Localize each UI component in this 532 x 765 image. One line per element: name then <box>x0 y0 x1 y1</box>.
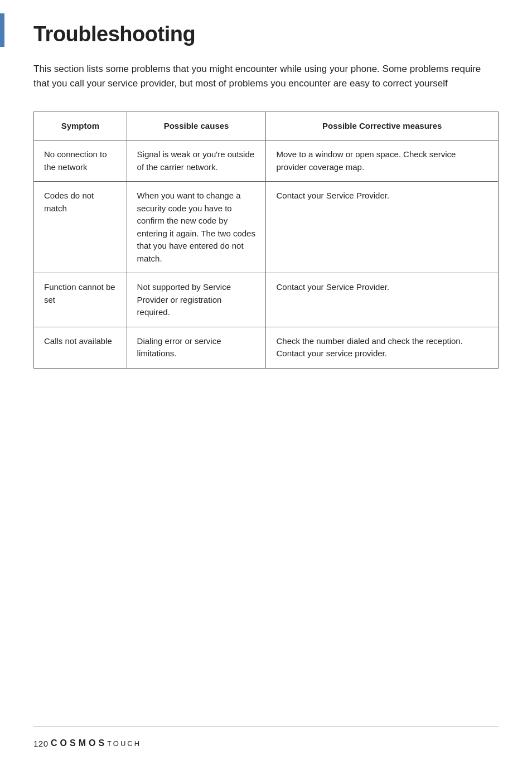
footer-page-number: 120 <box>33 739 49 748</box>
symptom-cell-2: Function cannot be set <box>34 273 127 327</box>
page-container: Troubleshooting This section lists some … <box>0 0 532 402</box>
symptom-cell-3: Calls not available <box>34 327 127 368</box>
header-symptom: Symptom <box>34 112 127 141</box>
intro-text: This section lists some problems that yo… <box>33 62 491 91</box>
touch-brand-text: TOUCH <box>107 739 141 748</box>
footer-brand: COSMOS TOUCH <box>49 738 142 748</box>
cosmos-brand-text: COSMOS <box>51 738 107 748</box>
corrective-cell-0: Move to a window or open space. Check se… <box>266 141 499 182</box>
corrective-cell-2: Contact your Service Provider. <box>266 273 499 327</box>
causes-cell-0: Signal is weak or you're outside of the … <box>127 141 266 182</box>
footer-divider <box>33 727 499 727</box>
footer: 120 COSMOS TOUCH <box>0 738 532 748</box>
troubleshooting-table: Symptom Possible causes Possible Correct… <box>33 112 499 369</box>
table-row: No connection to the networkSignal is we… <box>34 141 499 182</box>
header-causes: Possible causes <box>127 112 266 141</box>
symptom-cell-0: No connection to the network <box>34 141 127 182</box>
causes-cell-3: Dialing error or service limitations. <box>127 327 266 368</box>
table-row: Codes do not matchWhen you want to chang… <box>34 182 499 273</box>
table-row: Calls not availableDialing error or serv… <box>34 327 499 368</box>
causes-cell-2: Not supported by Service Provider or reg… <box>127 273 266 327</box>
header-corrective: Possible Corrective measures <box>266 112 499 141</box>
corrective-cell-1: Contact your Service Provider. <box>266 182 499 273</box>
causes-cell-1: When you want to change a security code … <box>127 182 266 273</box>
corrective-cell-3: Check the number dialed and check the re… <box>266 327 499 368</box>
table-row: Function cannot be setNot supported by S… <box>34 273 499 327</box>
accent-bar <box>0 13 4 47</box>
symptom-cell-1: Codes do not match <box>34 182 127 273</box>
page-title: Troubleshooting <box>33 22 499 46</box>
